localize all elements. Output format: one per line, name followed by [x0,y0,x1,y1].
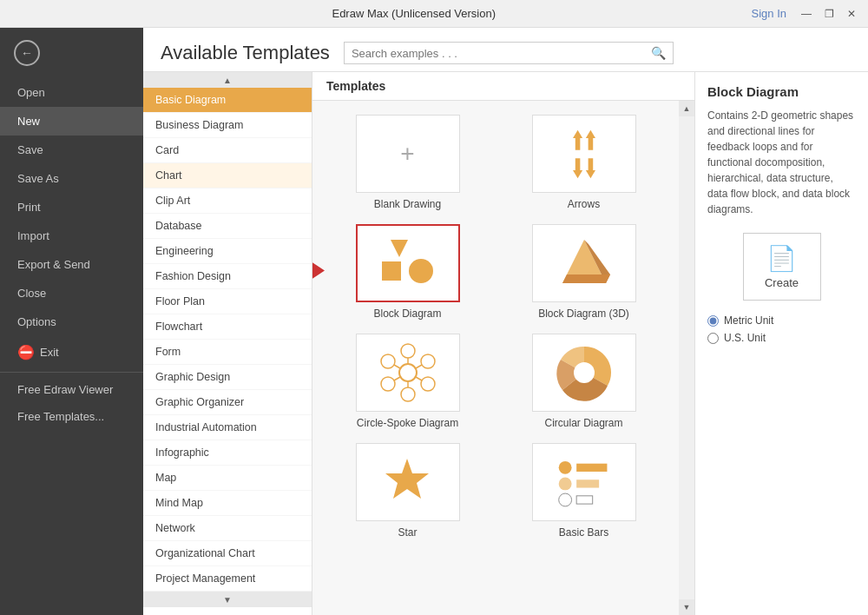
star-svg [379,454,436,511]
grid-scroll-down[interactable]: ▼ [679,599,694,615]
svg-marker-10 [562,274,610,283]
circle-spoke-svg [378,342,438,403]
block-3d-svg [558,235,610,292]
category-item-engineering[interactable]: Engineering [143,239,312,264]
panel-title: Block Diagram [707,84,856,99]
sidebar-item-save[interactable]: Save [0,136,143,164]
svg-point-28 [559,493,572,506]
category-item-floor-plan[interactable]: Floor Plan [143,289,312,314]
svg-point-15 [401,387,415,401]
content-header: Available Templates 🔍 [143,28,868,72]
svg-point-12 [401,344,415,358]
templates-title: Templates [326,79,385,93]
templates-area: Templates + Blank Drawing [312,72,694,615]
arrows-thumb [532,115,636,193]
template-item-bars[interactable]: Basic Bars [503,443,665,539]
category-item-database[interactable]: Database [143,214,312,239]
category-item-flowchart[interactable]: Flowchart [143,314,312,340]
category-item-network[interactable]: Network [143,516,312,541]
template-item-blank-drawing[interactable]: + Blank Drawing [326,115,489,210]
sidebar-item-print[interactable]: Print [0,193,143,222]
category-item-clip-art[interactable]: Clip Art [143,188,312,214]
us-unit-option[interactable]: U.S. Unit [707,332,856,344]
svg-line-23 [394,365,400,368]
category-item-chart[interactable]: Chart [143,163,312,188]
close-button[interactable]: ✕ [842,4,861,23]
sidebar-item-free-viewer[interactable]: Free Edraw Viewer [0,376,143,403]
metric-radio[interactable] [707,315,719,327]
create-button[interactable]: 📄 Create [743,233,821,301]
block-diagram-thumb [356,224,460,302]
category-item-form[interactable]: Form [143,340,312,365]
unit-radio-group: Metric Unit U.S. Unit [707,314,856,344]
sidebar-item-import[interactable]: Import [0,222,143,250]
category-item-business-diagram[interactable]: Business Diagram [143,113,312,138]
svg-marker-1 [585,129,595,149]
arrows-svg [558,126,610,182]
svg-point-11 [399,364,417,381]
sidebar-back[interactable]: ← [0,28,143,78]
window-controls: — ❐ ✕ [797,4,861,23]
svg-rect-30 [576,479,599,487]
template-item-block-diagram[interactable]: Block Diagram [326,224,489,320]
category-item-industrial-automation[interactable]: Industrial Automation [143,415,312,440]
metric-unit-option[interactable]: Metric Unit [707,314,856,327]
svg-marker-4 [312,262,325,280]
svg-point-16 [381,377,395,391]
us-radio[interactable] [707,333,719,344]
category-item-map[interactable]: Map [143,466,312,491]
sidebar-item-new[interactable]: New [0,107,143,136]
back-icon: ← [14,40,40,66]
template-item-circular[interactable]: Circular Diagram [503,334,665,429]
category-item-fashion-design[interactable]: Fashion Design [143,264,312,289]
sidebar-item-free-templates[interactable]: Free Templates... [0,403,143,430]
sidebar-item-open[interactable]: Open [0,78,143,107]
category-scroll-up[interactable]: ▲ [143,72,312,88]
grid-scroll-col: ▲ ▼ [679,101,694,615]
sidebar-item-export-send[interactable]: Export & Send [0,250,143,279]
category-item-graphic-organizer[interactable]: Graphic Organizer [143,390,312,415]
template-item-circle-spoke[interactable]: Circle-Spoke Diagram [326,334,489,429]
restore-button[interactable]: ❐ [819,4,838,23]
svg-point-26 [559,460,572,473]
category-item-org-chart[interactable]: Organizational Chart [143,541,312,566]
svg-marker-0 [573,129,582,149]
sidebar-item-close[interactable]: Close [0,279,143,308]
block-3d-label: Block Diagram (3D) [538,308,629,320]
sidebar-item-save-as[interactable]: Save As [0,164,143,193]
category-scroll-down[interactable]: ▼ [143,592,312,607]
plus-icon: + [400,140,414,168]
template-item-arrows[interactable]: Arrows [503,115,665,210]
category-item-basic-diagram[interactable]: Basic Diagram [143,88,312,113]
circle-spoke-label: Circle-Spoke Diagram [357,417,458,429]
block-diagram-svg [378,235,438,292]
category-item-card[interactable]: Card [143,138,312,163]
category-list: ▲ Basic Diagram Business Diagram Card Ch… [143,72,312,615]
sidebar-item-exit[interactable]: ⛔ Exit [0,336,143,368]
grid-scroll-up[interactable]: ▲ [679,101,694,116]
svg-point-7 [409,259,433,283]
arrow-indicator [312,258,325,287]
search-input[interactable] [352,47,651,60]
category-item-mind-map[interactable]: Mind Map [143,491,312,516]
svg-rect-6 [382,261,401,281]
sign-in-link[interactable]: Sign In [752,7,786,20]
star-label: Star [398,526,417,539]
sidebar-item-options[interactable]: Options [0,308,143,336]
template-item-block-3d[interactable]: Block Diagram (3D) [503,224,665,320]
svg-marker-3 [585,158,595,178]
svg-marker-5 [391,240,408,257]
svg-point-17 [381,354,395,368]
minimize-button[interactable]: — [797,4,816,23]
titlebar: Edraw Max (Unlicensed Version) Sign In —… [0,0,868,28]
svg-rect-29 [576,463,607,471]
svg-line-20 [416,377,422,380]
category-item-infographic[interactable]: Infographic [143,440,312,466]
content-area: Available Templates 🔍 ▲ Basic Diagram Bu… [143,28,868,615]
svg-point-13 [421,354,435,368]
templates-grid: + Blank Drawing [326,115,665,539]
search-icon[interactable]: 🔍 [651,46,666,60]
template-item-star[interactable]: Star [326,443,489,539]
category-item-project-mgmt[interactable]: Project Management [143,566,312,592]
category-item-graphic-design[interactable]: Graphic Design [143,365,312,390]
